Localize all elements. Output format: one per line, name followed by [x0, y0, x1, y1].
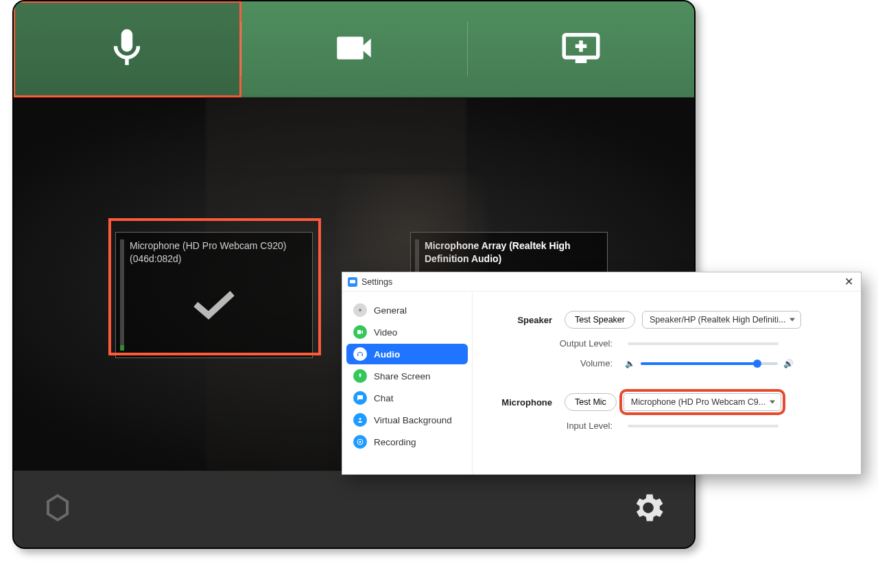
zoom-settings-window: Settings ✕ General Video Audio Share Scr…: [342, 272, 862, 475]
microphone-label: Microphone: [490, 397, 565, 408]
tab-share-screen[interactable]: [467, 1, 694, 97]
virtual-bg-icon: [353, 413, 367, 427]
bottom-control-bar: [14, 471, 694, 548]
share-screen-icon: [558, 25, 604, 73]
nav-label: Audio: [374, 349, 400, 360]
selected-check-icon: [192, 287, 236, 322]
chat-small-icon: [353, 391, 367, 405]
tab-microphone[interactable]: [14, 1, 241, 97]
headphones-icon: [353, 347, 367, 361]
svg-point-3: [359, 441, 361, 443]
settings-title: Settings: [361, 277, 392, 287]
settings-gear-button[interactable]: [630, 489, 667, 529]
mic-level-meter: [120, 239, 124, 351]
nav-label: Virtual Background: [374, 415, 452, 425]
zoom-app-icon: [348, 277, 357, 287]
input-level-label: Input Level:: [490, 421, 625, 431]
nav-recording[interactable]: Recording: [346, 432, 468, 452]
source-tab-bar: [14, 1, 694, 97]
microphone-device-dropdown[interactable]: Microphone (HD Pro Webcam C9...: [624, 393, 781, 411]
input-level-meter: [628, 425, 779, 427]
microphone-device-value: Microphone (HD Pro Webcam C9...: [631, 397, 766, 407]
output-level-label: Output Level:: [490, 338, 625, 349]
app-logo-icon: [41, 491, 74, 527]
mic-device-card-primary[interactable]: Microphone (HD Pro Webcam C920) (046d:08…: [115, 232, 313, 358]
mic-device-name: Microphone Array (Realtek High Definitio…: [425, 239, 600, 266]
recording-icon: [353, 435, 367, 449]
settings-audio-pane: Speaker Test Speaker Speaker/HP (Realtek…: [473, 292, 861, 474]
nav-label: Share Screen: [374, 371, 431, 381]
nav-general[interactable]: General: [346, 300, 468, 320]
microphone-icon: [104, 25, 150, 73]
volume-label: Volume:: [490, 358, 625, 368]
settings-nav: General Video Audio Share Screen Chat Vi…: [342, 292, 473, 474]
svg-point-0: [359, 309, 361, 311]
speaker-device-value: Speaker/HP (Realtek High Definiti...: [650, 315, 785, 325]
settings-titlebar: Settings ✕: [342, 272, 861, 292]
share-small-icon: [353, 369, 367, 383]
volume-low-icon: 🔈: [625, 359, 635, 368]
nav-chat[interactable]: Chat: [346, 388, 468, 408]
speaker-label: Speaker: [490, 315, 565, 325]
nav-label: Recording: [374, 437, 416, 447]
nav-share-screen[interactable]: Share Screen: [346, 366, 468, 386]
close-button[interactable]: ✕: [840, 274, 857, 289]
nav-audio[interactable]: Audio: [346, 344, 468, 364]
speaker-volume-slider[interactable]: [641, 362, 778, 365]
tab-camera[interactable]: [241, 1, 468, 97]
nav-label: Video: [374, 327, 397, 338]
test-mic-button[interactable]: Test Mic: [565, 393, 617, 411]
video-small-icon: [353, 325, 367, 339]
nav-label: Chat: [374, 393, 394, 403]
nav-label: General: [374, 305, 407, 316]
nav-virtual-background[interactable]: Virtual Background: [346, 410, 468, 430]
volume-high-icon: 🔊: [783, 359, 794, 368]
close-icon: ✕: [844, 275, 853, 288]
speaker-device-dropdown[interactable]: Speaker/HP (Realtek High Definiti...: [642, 311, 801, 329]
camera-icon: [331, 25, 377, 73]
gear-small-icon: [353, 303, 367, 317]
test-speaker-button[interactable]: Test Speaker: [565, 311, 635, 329]
svg-point-1: [359, 418, 361, 420]
nav-video[interactable]: Video: [346, 322, 468, 342]
output-level-meter: [628, 342, 779, 345]
mic-device-name: Microphone (HD Pro Webcam C920) (046d:08…: [130, 239, 305, 266]
